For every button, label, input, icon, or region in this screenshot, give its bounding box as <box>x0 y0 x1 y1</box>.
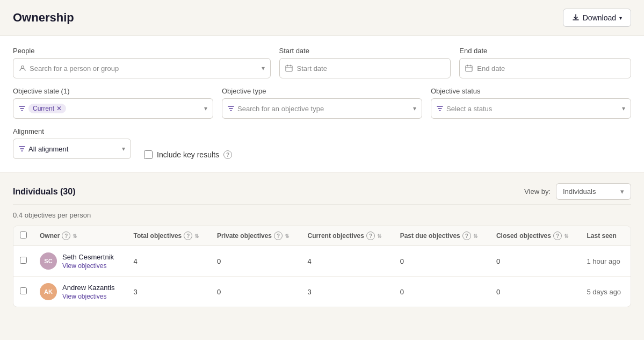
alignment-select[interactable]: All alignment ▾ <box>13 139 131 159</box>
data-table: Owner ? ⇅ Total objectives ? ⇅ <box>13 226 631 307</box>
closed-objectives-1: 0 <box>490 277 581 307</box>
objective-type-select[interactable]: Search for an objective type ▾ <box>222 98 422 119</box>
include-key-results-checkbox[interactable] <box>144 150 153 159</box>
objective-type-placeholder: Search for an objective type <box>237 105 410 113</box>
current-sort-icon[interactable]: ⇅ <box>377 233 381 239</box>
avatar-1: AK <box>40 283 57 300</box>
col-total: Total objectives ? ⇅ <box>127 226 211 246</box>
view-objectives-link-1[interactable]: View objectives <box>62 293 115 300</box>
row-checkbox-0 <box>13 246 33 277</box>
view-objectives-link-0[interactable]: View objectives <box>62 262 114 270</box>
col-closed: Closed objectives ? ⇅ <box>490 226 581 246</box>
obj-state-chevron-icon: ▾ <box>204 105 207 112</box>
row-select-1[interactable] <box>20 287 27 294</box>
total-sort-icon[interactable]: ⇅ <box>194 233 199 239</box>
start-date-filter-group: Start date Start date <box>279 47 451 78</box>
objective-status-select[interactable]: Select a status ▾ <box>431 98 631 119</box>
table-header-row: Individuals (30) View by: Individuals ▾ <box>13 183 631 200</box>
objective-status-label: Objective status <box>431 87 631 95</box>
owner-sort-icon[interactable]: ⇅ <box>73 233 77 239</box>
page-title: Ownership <box>13 11 74 25</box>
end-date-input[interactable]: End date <box>459 58 631 78</box>
view-by-chevron-icon: ▾ <box>620 187 624 196</box>
start-date-placeholder: Start date <box>297 64 327 73</box>
owner-info-1: Andrew Kazantis View objectives <box>62 284 115 300</box>
last-seen-1: 5 days ago <box>581 277 631 307</box>
select-all-col <box>13 226 33 246</box>
objective-state-label: Objective state (1) <box>13 87 213 95</box>
private-help-icon[interactable]: ? <box>274 232 283 240</box>
filter-row-2: Objective state (1) Current ✕ ▾ Objectiv… <box>13 87 631 119</box>
people-filter-group: People Search for a person or group ▾ <box>13 47 271 78</box>
page-header: Ownership Download ▾ <box>0 0 644 35</box>
current-help-icon[interactable]: ? <box>366 232 375 240</box>
svg-rect-2 <box>466 66 472 71</box>
private-objectives-1: 0 <box>211 277 301 307</box>
content-area: Individuals (30) View by: Individuals ▾ … <box>0 172 644 307</box>
filter-icon-type <box>228 105 234 112</box>
objective-state-select[interactable]: Current ✕ ▾ <box>13 98 213 119</box>
current-objectives-1: 3 <box>301 277 394 307</box>
avatar-0: SC <box>40 252 57 270</box>
row-checkbox-1 <box>13 277 33 307</box>
row-select-0[interactable] <box>20 257 27 264</box>
alignment-label: Alignment <box>13 127 131 135</box>
closed-sort-icon[interactable]: ⇅ <box>564 233 568 239</box>
closed-objectives-0: 0 <box>490 246 581 277</box>
filter-icon-status <box>437 105 443 112</box>
col-owner: Owner ? ⇅ <box>33 226 127 246</box>
col-private: Private objectives ? ⇅ <box>211 226 301 246</box>
obj-status-chevron-icon: ▾ <box>622 105 625 112</box>
closed-help-icon[interactable]: ? <box>553 232 562 240</box>
total-help-icon[interactable]: ? <box>184 232 192 240</box>
owner-help-icon[interactable]: ? <box>62 232 70 240</box>
people-label: People <box>13 47 271 55</box>
last-seen-0: 1 hour ago <box>581 246 631 277</box>
section-title: Individuals (30) <box>13 187 75 197</box>
private-sort-icon[interactable]: ⇅ <box>285 233 289 239</box>
past-due-sort-icon[interactable]: ⇅ <box>473 233 477 239</box>
svg-rect-1 <box>286 66 292 71</box>
filter-icon-alignment <box>19 146 25 152</box>
calendar-icon-end <box>465 64 473 72</box>
total-objectives-1: 3 <box>127 277 211 307</box>
chevron-down-icon: ▾ <box>619 15 622 21</box>
people-placeholder: Search for a person or group <box>30 64 258 73</box>
people-chevron-icon: ▾ <box>262 64 265 72</box>
col-last-seen: Last seen <box>581 226 631 246</box>
download-icon <box>572 14 580 21</box>
people-search-input[interactable]: Search for a person or group ▾ <box>13 58 271 78</box>
start-date-input[interactable]: Start date <box>279 58 451 78</box>
total-objectives-0: 4 <box>127 246 211 277</box>
view-by-select[interactable]: Individuals ▾ <box>556 183 631 200</box>
view-by-value: Individuals <box>563 187 596 196</box>
objective-state-filter-group: Objective state (1) Current ✕ ▾ <box>13 87 213 119</box>
col-past-due: Past due objectives ? ⇅ <box>394 226 490 246</box>
current-objectives-0: 4 <box>301 246 394 277</box>
select-all-checkbox[interactable] <box>20 232 27 238</box>
table-row: SC Seth Cesmertnik View objectives 4 0 4… <box>13 246 631 277</box>
private-objectives-0: 0 <box>211 246 301 277</box>
filter-icon <box>19 105 25 112</box>
include-kr-help-icon[interactable]: ? <box>223 150 232 159</box>
owner-name-1: Andrew Kazantis <box>62 284 115 292</box>
remove-state-tag[interactable]: ✕ <box>56 105 62 112</box>
objective-type-filter-group: Objective type Search for an objective t… <box>222 87 422 119</box>
owner-cell-0: SC Seth Cesmertnik View objectives <box>33 246 127 277</box>
view-by-group: View by: Individuals ▾ <box>524 183 631 200</box>
end-date-filter-group: End date End date <box>459 47 631 78</box>
calendar-icon <box>285 64 293 72</box>
include-key-results-label[interactable]: Include key results <box>157 150 219 159</box>
objective-status-filter-group: Objective status Select a status ▾ <box>431 87 631 119</box>
alignment-chevron-icon: ▾ <box>122 145 125 153</box>
filter-row-3: Alignment All alignment ▾ Include key re… <box>13 127 631 159</box>
owner-cell-1: AK Andrew Kazantis View objectives <box>33 277 127 307</box>
obj-type-chevron-icon: ▾ <box>413 105 416 112</box>
objective-status-placeholder: Select a status <box>446 105 619 113</box>
table-header: Owner ? ⇅ Total objectives ? ⇅ <box>13 226 631 246</box>
include-key-results-group: Include key results ? <box>144 150 232 159</box>
objective-state-tag: Current ✕ <box>28 104 66 113</box>
filter-row-1: People Search for a person or group ▾ St… <box>13 47 631 78</box>
past-due-help-icon[interactable]: ? <box>462 232 471 240</box>
download-button[interactable]: Download ▾ <box>563 9 631 27</box>
